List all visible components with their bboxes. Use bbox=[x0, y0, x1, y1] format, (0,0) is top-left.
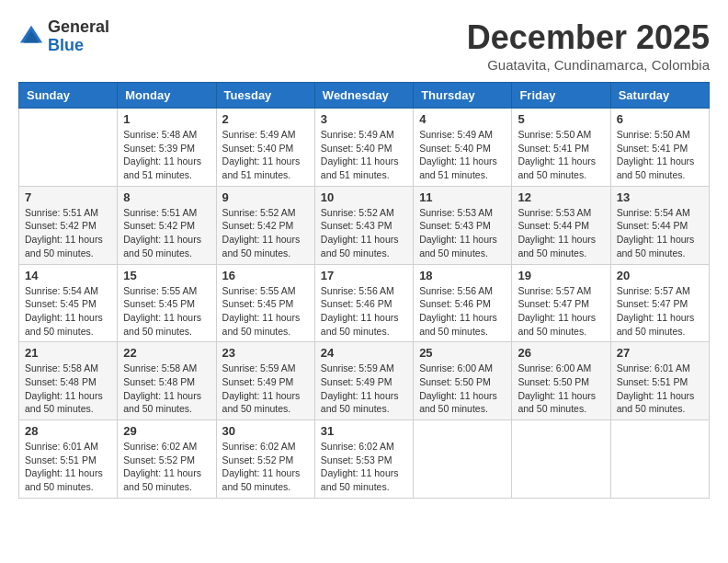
cell-info: Sunrise: 5:50 AM Sunset: 5:41 PM Dayligh… bbox=[617, 128, 703, 182]
weekday-header: Wednesday bbox=[314, 83, 413, 109]
day-number: 7 bbox=[25, 190, 111, 204]
weekday-header: Saturday bbox=[610, 83, 709, 109]
day-number: 18 bbox=[419, 269, 506, 282]
cell-info: Sunrise: 6:01 AM Sunset: 5:51 PM Dayligh… bbox=[25, 440, 111, 494]
cell-info: Sunrise: 5:56 AM Sunset: 5:46 PM Dayligh… bbox=[419, 284, 506, 339]
logo-general: General bbox=[48, 18, 109, 37]
cell-info: Sunrise: 6:00 AM Sunset: 5:50 PM Dayligh… bbox=[518, 362, 604, 416]
cell-info: Sunrise: 5:49 AM Sunset: 5:40 PM Dayligh… bbox=[321, 128, 407, 182]
calendar-cell: 18Sunrise: 5:56 AM Sunset: 5:46 PM Dayli… bbox=[414, 264, 512, 342]
cell-info: Sunrise: 5:54 AM Sunset: 5:44 PM Dayligh… bbox=[617, 206, 703, 260]
cell-info: Sunrise: 6:02 AM Sunset: 5:52 PM Dayligh… bbox=[123, 440, 210, 494]
day-number: 26 bbox=[518, 346, 604, 360]
calendar-cell: 30Sunrise: 6:02 AM Sunset: 5:52 PM Dayli… bbox=[216, 420, 314, 499]
calendar-cell: 27Sunrise: 6:01 AM Sunset: 5:51 PM Dayli… bbox=[610, 342, 709, 420]
calendar-cell: 10Sunrise: 5:52 AM Sunset: 5:43 PM Dayli… bbox=[314, 186, 413, 264]
cell-info: Sunrise: 5:59 AM Sunset: 5:49 PM Dayligh… bbox=[321, 362, 407, 416]
day-number: 15 bbox=[123, 269, 210, 282]
calendar-cell bbox=[414, 420, 512, 499]
calendar-table: SundayMondayTuesdayWednesdayThursdayFrid… bbox=[18, 82, 710, 499]
cell-info: Sunrise: 5:56 AM Sunset: 5:46 PM Dayligh… bbox=[321, 284, 407, 339]
day-number: 19 bbox=[518, 269, 604, 282]
weekday-header: Tuesday bbox=[216, 83, 314, 109]
day-number: 5 bbox=[518, 112, 604, 126]
day-number: 11 bbox=[419, 190, 506, 204]
day-number: 6 bbox=[617, 112, 703, 126]
calendar-week-row: 28Sunrise: 6:01 AM Sunset: 5:51 PM Dayli… bbox=[19, 420, 710, 499]
calendar-cell: 21Sunrise: 5:58 AM Sunset: 5:48 PM Dayli… bbox=[19, 342, 118, 420]
day-number: 22 bbox=[123, 346, 210, 360]
calendar-cell: 13Sunrise: 5:54 AM Sunset: 5:44 PM Dayli… bbox=[610, 186, 709, 264]
cell-info: Sunrise: 5:55 AM Sunset: 5:45 PM Dayligh… bbox=[123, 284, 210, 339]
day-number: 3 bbox=[321, 112, 407, 126]
calendar-cell: 23Sunrise: 5:59 AM Sunset: 5:49 PM Dayli… bbox=[216, 342, 314, 420]
calendar-cell: 16Sunrise: 5:55 AM Sunset: 5:45 PM Dayli… bbox=[216, 264, 314, 342]
cell-info: Sunrise: 5:58 AM Sunset: 5:48 PM Dayligh… bbox=[25, 362, 111, 416]
day-number: 12 bbox=[518, 190, 604, 204]
calendar-cell: 31Sunrise: 6:02 AM Sunset: 5:53 PM Dayli… bbox=[314, 420, 413, 499]
cell-info: Sunrise: 5:49 AM Sunset: 5:40 PM Dayligh… bbox=[419, 128, 506, 182]
logo-blue: Blue bbox=[48, 37, 109, 55]
title-block: December 2025 Guatavita, Cundinamarca, C… bbox=[467, 18, 710, 73]
calendar-cell: 2Sunrise: 5:49 AM Sunset: 5:40 PM Daylig… bbox=[216, 109, 314, 187]
cell-info: Sunrise: 5:59 AM Sunset: 5:49 PM Dayligh… bbox=[222, 362, 309, 416]
calendar-cell: 1Sunrise: 5:48 AM Sunset: 5:39 PM Daylig… bbox=[118, 109, 216, 187]
calendar-header-row: SundayMondayTuesdayWednesdayThursdayFrid… bbox=[19, 83, 710, 109]
day-number: 23 bbox=[222, 346, 309, 360]
cell-info: Sunrise: 5:57 AM Sunset: 5:47 PM Dayligh… bbox=[617, 284, 703, 339]
cell-info: Sunrise: 5:57 AM Sunset: 5:47 PM Dayligh… bbox=[518, 284, 604, 339]
calendar-week-row: 21Sunrise: 5:58 AM Sunset: 5:48 PM Dayli… bbox=[19, 342, 710, 420]
day-number: 20 bbox=[617, 269, 703, 282]
weekday-header: Sunday bbox=[19, 83, 118, 109]
weekday-header: Monday bbox=[118, 83, 216, 109]
calendar-cell: 22Sunrise: 5:58 AM Sunset: 5:48 PM Dayli… bbox=[118, 342, 216, 420]
calendar-cell bbox=[610, 420, 709, 499]
page-header: General Blue December 2025 Guatavita, Cu… bbox=[18, 18, 710, 73]
day-number: 28 bbox=[25, 424, 111, 438]
cell-info: Sunrise: 5:51 AM Sunset: 5:42 PM Dayligh… bbox=[25, 206, 111, 260]
day-number: 25 bbox=[419, 346, 506, 360]
cell-info: Sunrise: 5:55 AM Sunset: 5:45 PM Dayligh… bbox=[222, 284, 309, 339]
calendar-cell bbox=[19, 109, 118, 187]
calendar-cell: 8Sunrise: 5:51 AM Sunset: 5:42 PM Daylig… bbox=[118, 186, 216, 264]
calendar-cell: 19Sunrise: 5:57 AM Sunset: 5:47 PM Dayli… bbox=[512, 264, 610, 342]
cell-info: Sunrise: 5:54 AM Sunset: 5:45 PM Dayligh… bbox=[25, 284, 111, 339]
calendar-cell: 4Sunrise: 5:49 AM Sunset: 5:40 PM Daylig… bbox=[414, 109, 512, 187]
weekday-header: Friday bbox=[512, 83, 610, 109]
weekday-header: Thursday bbox=[414, 83, 512, 109]
calendar-week-row: 1Sunrise: 5:48 AM Sunset: 5:39 PM Daylig… bbox=[19, 109, 710, 187]
day-number: 16 bbox=[222, 269, 309, 282]
day-number: 31 bbox=[321, 424, 407, 438]
calendar-cell: 26Sunrise: 6:00 AM Sunset: 5:50 PM Dayli… bbox=[512, 342, 610, 420]
calendar-cell: 25Sunrise: 6:00 AM Sunset: 5:50 PM Dayli… bbox=[414, 342, 512, 420]
location: Guatavita, Cundinamarca, Colombia bbox=[467, 57, 710, 73]
day-number: 2 bbox=[222, 112, 309, 126]
calendar-cell: 12Sunrise: 5:53 AM Sunset: 5:44 PM Dayli… bbox=[512, 186, 610, 264]
day-number: 9 bbox=[222, 190, 309, 204]
cell-info: Sunrise: 5:49 AM Sunset: 5:40 PM Dayligh… bbox=[222, 128, 309, 182]
day-number: 27 bbox=[617, 346, 703, 360]
calendar-cell: 6Sunrise: 5:50 AM Sunset: 5:41 PM Daylig… bbox=[610, 109, 709, 187]
calendar-week-row: 14Sunrise: 5:54 AM Sunset: 5:45 PM Dayli… bbox=[19, 264, 710, 342]
cell-info: Sunrise: 5:48 AM Sunset: 5:39 PM Dayligh… bbox=[123, 128, 210, 182]
cell-info: Sunrise: 5:58 AM Sunset: 5:48 PM Dayligh… bbox=[123, 362, 210, 416]
cell-info: Sunrise: 6:02 AM Sunset: 5:52 PM Dayligh… bbox=[222, 440, 309, 494]
cell-info: Sunrise: 5:51 AM Sunset: 5:42 PM Dayligh… bbox=[123, 206, 210, 260]
day-number: 1 bbox=[123, 112, 210, 126]
calendar-cell: 11Sunrise: 5:53 AM Sunset: 5:43 PM Dayli… bbox=[414, 186, 512, 264]
cell-info: Sunrise: 5:50 AM Sunset: 5:41 PM Dayligh… bbox=[518, 128, 604, 182]
day-number: 21 bbox=[25, 346, 111, 360]
logo-text: General Blue bbox=[48, 18, 109, 55]
day-number: 13 bbox=[617, 190, 703, 204]
calendar-cell: 3Sunrise: 5:49 AM Sunset: 5:40 PM Daylig… bbox=[314, 109, 413, 187]
cell-info: Sunrise: 5:52 AM Sunset: 5:43 PM Dayligh… bbox=[321, 206, 407, 260]
logo-icon bbox=[18, 24, 44, 50]
calendar-cell: 20Sunrise: 5:57 AM Sunset: 5:47 PM Dayli… bbox=[610, 264, 709, 342]
calendar-cell: 29Sunrise: 6:02 AM Sunset: 5:52 PM Dayli… bbox=[118, 420, 216, 499]
cell-info: Sunrise: 6:00 AM Sunset: 5:50 PM Dayligh… bbox=[419, 362, 506, 416]
calendar-week-row: 7Sunrise: 5:51 AM Sunset: 5:42 PM Daylig… bbox=[19, 186, 710, 264]
day-number: 10 bbox=[321, 190, 407, 204]
calendar-cell: 7Sunrise: 5:51 AM Sunset: 5:42 PM Daylig… bbox=[19, 186, 118, 264]
cell-info: Sunrise: 5:53 AM Sunset: 5:43 PM Dayligh… bbox=[419, 206, 506, 260]
day-number: 17 bbox=[321, 269, 407, 282]
